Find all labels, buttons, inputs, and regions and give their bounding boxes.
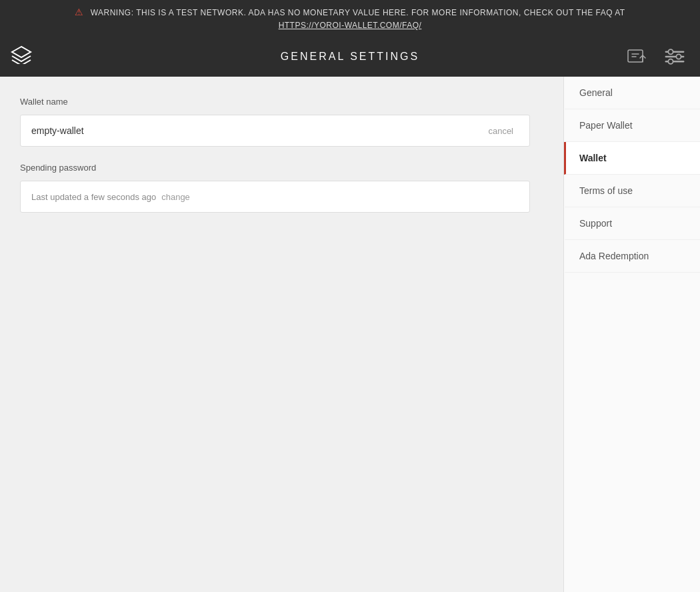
sidebar-item-general[interactable]: General (564, 77, 700, 109)
wallet-upload-button[interactable] (623, 42, 652, 71)
sidebar-item-wallet[interactable]: Wallet (564, 142, 700, 175)
header-actions (623, 42, 689, 71)
sidebar-item-ada-redemption[interactable]: Ada Redemption (564, 240, 700, 273)
sidebar-item-terms-of-use[interactable]: Terms of use (564, 175, 700, 207)
content-area: Wallet name cancel Spending password Las… (0, 77, 563, 592)
header-logo (11, 45, 32, 68)
spending-password-change-button[interactable]: change (156, 189, 195, 205)
wallet-name-label: Wallet name (20, 97, 543, 107)
warning-banner: ⚠ WARNING: THIS IS A TEST NETWORK. ADA H… (0, 0, 700, 37)
warning-icon: ⚠ (75, 7, 84, 17)
spending-password-section: Spending password Last updated a few sec… (20, 163, 543, 213)
spending-password-input-wrapper: Last updated a few seconds ago change (20, 181, 530, 213)
header: GENERAL SETTINGS (0, 37, 700, 77)
header-title: GENERAL SETTINGS (281, 51, 419, 63)
main-layout: Wallet name cancel Spending password Las… (0, 77, 700, 592)
sidebar-item-support[interactable]: Support (564, 207, 700, 240)
warning-text: WARNING: THIS IS A TEST NETWORK. ADA HAS… (91, 8, 625, 17)
sidebar: General Paper Wallet Wallet Terms of use… (563, 77, 700, 592)
wallet-name-section: Wallet name cancel (20, 97, 543, 147)
svg-point-6 (668, 59, 673, 64)
svg-point-5 (676, 54, 681, 59)
wallet-name-input-wrapper: cancel (20, 115, 530, 147)
warning-link[interactable]: HTTPS://YOROI-WALLET.COM/FAQ/ (279, 21, 422, 30)
svg-rect-0 (628, 50, 643, 62)
settings-button[interactable] (660, 42, 689, 71)
layers-icon (11, 45, 32, 68)
wallet-name-cancel-button[interactable]: cancel (483, 123, 519, 139)
spending-password-status: Last updated a few seconds ago (31, 192, 156, 202)
spending-password-label: Spending password (20, 163, 543, 173)
svg-point-4 (668, 49, 673, 54)
wallet-name-input[interactable] (31, 125, 483, 136)
sidebar-item-paper-wallet[interactable]: Paper Wallet (564, 109, 700, 142)
